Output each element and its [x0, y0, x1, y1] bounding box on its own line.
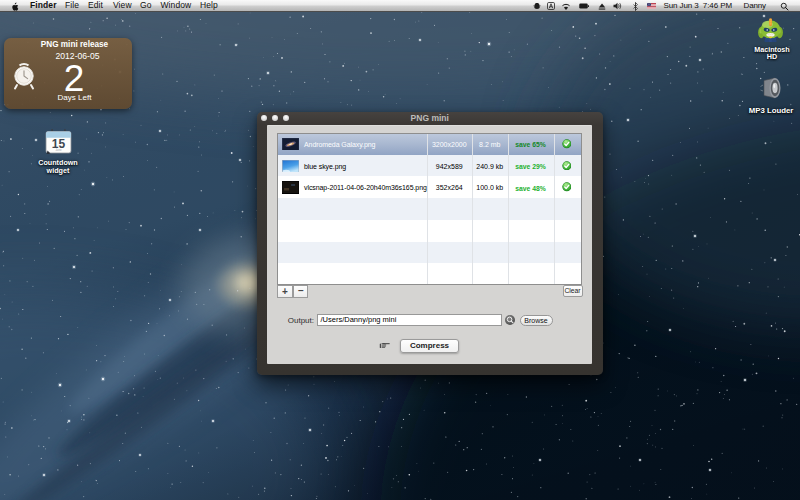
- svg-text:June: June: [55, 148, 62, 152]
